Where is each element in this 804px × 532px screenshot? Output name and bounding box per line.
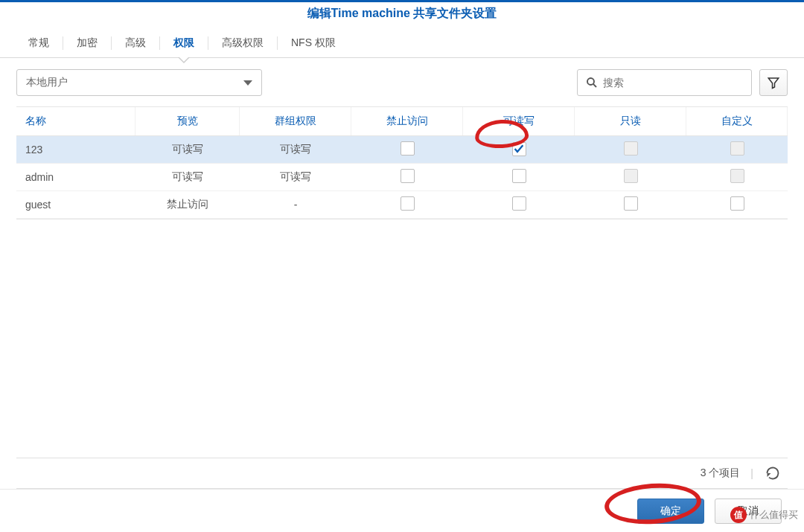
item-count: 3 个项目 bbox=[701, 467, 741, 480]
cell-preview: 可读写 bbox=[135, 166, 240, 188]
funnel-icon bbox=[767, 76, 780, 89]
ok-button[interactable]: 确定 bbox=[637, 499, 704, 524]
dialog-title: 编辑Time machine 共享文件夹设置 bbox=[307, 7, 497, 19]
col-header-rw[interactable]: 可读写 bbox=[463, 107, 575, 135]
cell-preview: 禁止访问 bbox=[135, 193, 240, 216]
dialog-footer: 确定 取消 bbox=[0, 489, 804, 532]
tab-encryption[interactable]: 加密 bbox=[63, 29, 111, 57]
user-type-value: 本地用户 bbox=[26, 76, 68, 89]
checkbox-deny[interactable] bbox=[401, 196, 415, 211]
search-box[interactable] bbox=[577, 69, 752, 96]
cell-name: guest bbox=[16, 194, 135, 215]
tab-general[interactable]: 常规 bbox=[15, 29, 63, 57]
search-icon bbox=[585, 76, 599, 89]
cell-group: 可读写 bbox=[240, 138, 351, 161]
col-header-preview[interactable]: 预览 bbox=[135, 107, 240, 135]
chevron-down-icon bbox=[243, 80, 252, 86]
permissions-grid: 名称 预览 群组权限 禁止访问 可读写 只读 自定义 123 可读写 可读写 a… bbox=[16, 106, 788, 219]
checkbox-ro[interactable] bbox=[624, 196, 638, 211]
cell-name: 123 bbox=[16, 139, 135, 160]
toolbar: 本地用户 bbox=[0, 69, 804, 106]
table-row[interactable]: admin 可读写 可读写 bbox=[16, 164, 788, 191]
cell-group: 可读写 bbox=[240, 166, 351, 188]
status-bar: 3 个项目 | bbox=[16, 458, 788, 489]
checkbox-ro[interactable] bbox=[624, 169, 638, 183]
tabs: 常规 加密 高级 权限 高级权限 NFS 权限 bbox=[0, 29, 804, 58]
col-header-custom[interactable]: 自定义 bbox=[686, 107, 788, 135]
checkbox-custom[interactable] bbox=[730, 169, 744, 183]
checkbox-deny[interactable] bbox=[401, 169, 415, 183]
table-row[interactable]: 123 可读写 可读写 bbox=[16, 136, 788, 164]
checkbox-custom[interactable] bbox=[730, 141, 744, 156]
col-header-name[interactable]: 名称 bbox=[16, 107, 135, 135]
checkbox-deny[interactable] bbox=[401, 141, 415, 156]
tab-permissions[interactable]: 权限 bbox=[160, 29, 208, 57]
svg-marker-2 bbox=[768, 78, 779, 89]
col-header-deny[interactable]: 禁止访问 bbox=[351, 107, 463, 135]
tab-nfs-permissions[interactable]: NFS 权限 bbox=[278, 29, 349, 57]
cell-group: - bbox=[240, 194, 351, 215]
cell-name: admin bbox=[16, 167, 135, 188]
tab-advanced[interactable]: 高级 bbox=[112, 29, 159, 57]
checkbox-custom[interactable] bbox=[730, 196, 744, 211]
cancel-button[interactable]: 取消 bbox=[715, 499, 782, 524]
svg-point-0 bbox=[587, 78, 594, 85]
svg-line-1 bbox=[593, 84, 596, 87]
refresh-button[interactable] bbox=[764, 464, 782, 482]
col-header-group[interactable]: 群组权限 bbox=[240, 107, 351, 135]
title-bar: 编辑Time machine 共享文件夹设置 bbox=[0, 2, 804, 29]
search-input[interactable] bbox=[599, 77, 747, 89]
refresh-icon bbox=[765, 466, 780, 481]
checkbox-rw[interactable] bbox=[512, 142, 526, 156]
checkbox-ro[interactable] bbox=[624, 141, 638, 156]
checkbox-rw[interactable] bbox=[512, 196, 526, 211]
cell-preview: 可读写 bbox=[135, 138, 240, 161]
checkbox-rw[interactable] bbox=[512, 169, 526, 183]
tab-advanced-permissions[interactable]: 高级权限 bbox=[208, 29, 277, 57]
grid-header: 名称 预览 群组权限 禁止访问 可读写 只读 自定义 bbox=[16, 107, 788, 136]
table-row[interactable]: guest 禁止访问 - bbox=[16, 191, 788, 219]
filter-button[interactable] bbox=[759, 69, 788, 96]
col-header-ro[interactable]: 只读 bbox=[575, 107, 686, 135]
user-type-select[interactable]: 本地用户 bbox=[16, 69, 262, 96]
